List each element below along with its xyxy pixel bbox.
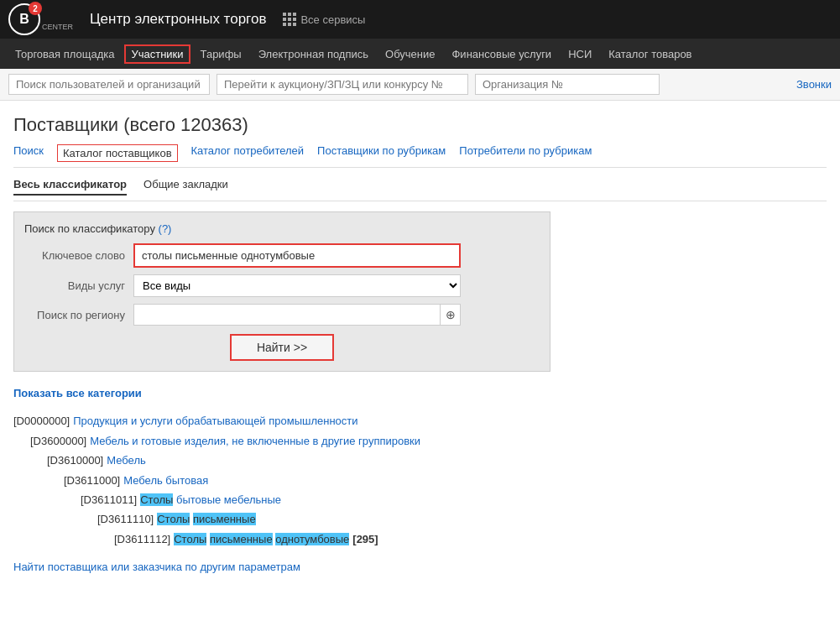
highlight-odnotumbovye: однотумбовые bbox=[275, 533, 349, 545]
services-row: Виды услуг Все виды bbox=[24, 274, 540, 297]
highlight-pismennye-1: письменные bbox=[193, 513, 256, 525]
cat-row-2: [D3610000] Мебель bbox=[13, 451, 827, 470]
site-title: Центр электронных торгов bbox=[90, 11, 266, 28]
region-label: Поиск по региону bbox=[24, 309, 125, 321]
cat-link-1[interactable]: Мебель и готовые изделия, не включенные … bbox=[90, 431, 420, 451]
keyword-label: Ключевое слово bbox=[24, 249, 125, 262]
nav-item-obuchenie[interactable]: Обучение bbox=[378, 44, 441, 64]
logo-subtitle: CENTER bbox=[42, 23, 73, 31]
keyword-row: Ключевое слово bbox=[24, 243, 540, 268]
all-services-label: Все сервисы bbox=[300, 13, 365, 26]
nav-item-nsi[interactable]: НСИ bbox=[561, 44, 598, 64]
logo-circle: B 2 bbox=[8, 3, 40, 35]
nav-item-uchastniki[interactable]: Участники bbox=[124, 44, 190, 64]
cat-link-6[interactable]: Столы письменные однотумбовые bbox=[174, 529, 349, 549]
main-content: Поставщики (всего 120363) Поиск Каталог … bbox=[0, 101, 840, 587]
calls-link[interactable]: Звонки bbox=[796, 78, 832, 91]
highlight-stoly-1: Столы bbox=[140, 493, 173, 506]
main-nav: Торговая площадка Участники Тарифы Элект… bbox=[0, 39, 840, 69]
cat-code-6: [D3611112] bbox=[114, 529, 170, 549]
nav-item-tarify[interactable]: Тарифы bbox=[194, 44, 248, 64]
cat-code-0: [D0000000] bbox=[13, 411, 70, 430]
search-org-input[interactable] bbox=[475, 74, 660, 95]
services-label: Виды услуг bbox=[24, 279, 125, 292]
cat-row-0: [D0000000] Продукция и услуги обрабатыва… bbox=[13, 411, 827, 430]
cat-text-4b: бытовые мебельные bbox=[176, 493, 281, 506]
cat-code-2: [D3610000] bbox=[47, 451, 103, 470]
region-plus-button[interactable]: ⊕ bbox=[440, 305, 460, 325]
region-input[interactable] bbox=[134, 305, 440, 325]
cat-link-3[interactable]: Мебель бытовая bbox=[123, 471, 208, 490]
tab-suppliers-rubrics[interactable]: Поставщики по рубрикам bbox=[317, 144, 446, 162]
grid-icon bbox=[283, 13, 296, 26]
find-btn-row: Найти >> bbox=[24, 334, 540, 361]
highlight-pismennye-2: письменные bbox=[210, 533, 273, 545]
cat-row-6: [D3611112] Столы письменные однотумбовые… bbox=[13, 529, 827, 549]
cat-row-4: [D3611011] Столы бытовые мебельные bbox=[13, 490, 827, 509]
cat-link-2[interactable]: Мебель bbox=[107, 451, 146, 470]
cat-link-5[interactable]: Столы письменные bbox=[157, 509, 255, 529]
nav-item-ep[interactable]: Электронная подпись bbox=[252, 44, 375, 64]
search-users-input[interactable] bbox=[8, 74, 210, 95]
page-title: Поставщики (всего 120363) bbox=[13, 114, 827, 136]
classifier-title: Поиск по классификатору (?) bbox=[24, 222, 540, 235]
services-select[interactable]: Все виды bbox=[133, 274, 461, 297]
show-all-categories-link[interactable]: Показать все категории bbox=[13, 383, 827, 403]
region-input-wrap: ⊕ bbox=[133, 304, 461, 326]
main-tabs: Поиск Каталог поставщиков Каталог потреб… bbox=[13, 144, 827, 168]
highlight-stoly-3: Столы bbox=[174, 533, 206, 545]
search-auction-input[interactable] bbox=[217, 74, 468, 95]
cat-code-4: [D3611011] bbox=[81, 490, 137, 509]
nav-item-catalog[interactable]: Каталог товаров bbox=[602, 44, 698, 64]
cat-code-3: [D3611000] bbox=[64, 471, 120, 490]
nav-item-finuslugi[interactable]: Финансовые услуги bbox=[445, 44, 558, 64]
cat-row-5: [D3611110] Столы письменные bbox=[13, 509, 827, 529]
nav-item-torgovaya[interactable]: Торговая площадка bbox=[8, 44, 121, 64]
region-row: Поиск по региону ⊕ bbox=[24, 304, 540, 326]
sub-tab-bookmarks[interactable]: Общие закладки bbox=[143, 178, 228, 196]
tab-consumers-rubrics[interactable]: Потребители по рубрикам bbox=[459, 144, 592, 162]
logo-letter: B bbox=[19, 12, 29, 27]
bottom-search-link[interactable]: Найти поставщика или заказчика по другим… bbox=[13, 561, 827, 573]
logo-badge: 2 bbox=[29, 2, 42, 15]
tab-catalog-suppliers[interactable]: Каталог поставщиков bbox=[57, 144, 178, 162]
cat-count-6: [295] bbox=[352, 529, 378, 549]
classifier-box: Поиск по классификатору (?) Ключевое сло… bbox=[13, 211, 550, 372]
search-bar: Звонки bbox=[0, 69, 840, 101]
help-link[interactable]: (?) bbox=[159, 222, 172, 235]
keyword-input[interactable] bbox=[133, 243, 461, 268]
sub-tabs: Весь классификатор Общие закладки bbox=[13, 178, 827, 201]
sub-tab-all-classifier[interactable]: Весь классификатор bbox=[13, 178, 127, 196]
all-services-link[interactable]: Все сервисы bbox=[283, 13, 365, 26]
cat-link-4[interactable]: Столы бытовые мебельные bbox=[140, 490, 281, 509]
header-top: B 2 CENTER Центр электронных торгов Все … bbox=[0, 0, 840, 39]
tab-catalog-consumers[interactable]: Каталог потребителей bbox=[191, 144, 305, 162]
cat-code-5: [D3611110] bbox=[97, 509, 154, 529]
cat-row-3: [D3611000] Мебель бытовая bbox=[13, 471, 827, 490]
highlight-stoly-2: Столы bbox=[157, 513, 190, 525]
category-tree: Показать все категории [D0000000] Продук… bbox=[13, 383, 827, 549]
cat-row-1: [D3600000] Мебель и готовые изделия, не … bbox=[13, 431, 827, 451]
cat-link-0[interactable]: Продукция и услуги обрабатывающей промыш… bbox=[73, 411, 357, 430]
find-button[interactable]: Найти >> bbox=[230, 334, 334, 361]
tab-search[interactable]: Поиск bbox=[13, 144, 44, 162]
logo-block[interactable]: B 2 CENTER bbox=[8, 3, 73, 35]
cat-code-1: [D3600000] bbox=[30, 431, 86, 451]
